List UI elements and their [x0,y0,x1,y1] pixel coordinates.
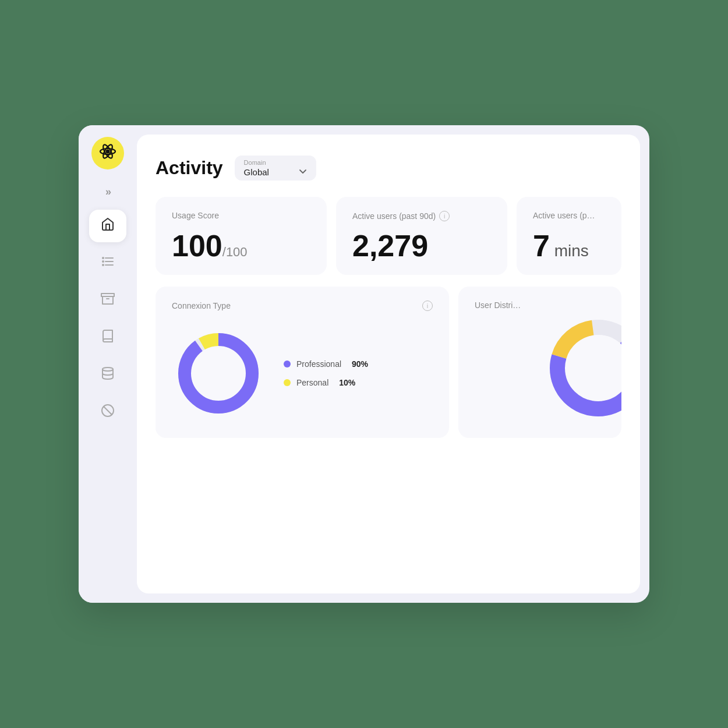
sidebar-item-block[interactable] [89,396,126,429]
svg-point-8 [103,261,104,262]
usage-score-value: 100/100 [172,231,310,261]
user-distribution-title: User Distri… [475,301,605,310]
stat-card-active-users-90d: Active users (past 90d) i 2,279 [336,197,507,275]
donut-chart [172,327,265,420]
donut-svg [172,327,265,420]
domain-value-row: Global [244,167,307,177]
usage-score-title: Usage Score [172,211,310,220]
partial-arc-area [475,321,605,424]
donut-area: Professional 90% Personal 10% [172,323,433,424]
info-icon[interactable]: i [439,211,450,221]
main-content: Activity Domain Global Usage Score [137,135,640,593]
database-icon [101,366,115,384]
legend-item-personal: Personal 10% [284,378,368,387]
chart-legend: Professional 90% Personal 10% [284,359,368,387]
svg-line-14 [104,407,112,415]
sidebar-item-home[interactable] [89,210,126,242]
legend-item-professional: Professional 90% [284,359,368,369]
book-icon [101,329,115,347]
active-users-90d-value: 2,279 [352,231,491,261]
legend-pct-personal: 10% [339,378,355,387]
svg-point-16 [185,340,252,407]
chart-card-connexion-type: Connexion Type i [156,287,449,438]
stat-card-usage-score: Usage Score 100/100 [156,197,327,275]
connexion-type-info-icon[interactable]: i [422,301,433,311]
active-users-90d-title: Active users (past 90d) i [352,211,491,221]
svg-rect-10 [101,294,114,296]
browser-window: » [79,125,649,603]
sidebar-item-archive[interactable] [89,284,126,317]
logo[interactable] [91,137,124,169]
list-icon [101,255,115,272]
svg-point-7 [103,257,104,259]
sidebar: » [79,125,137,603]
logo-icon [98,142,117,164]
svg-point-0 [106,150,110,154]
domain-value: Global [244,167,269,177]
block-icon [101,404,115,421]
home-icon [101,217,115,235]
stat-card-active-users-mins: Active users (p… 7 mins [517,197,621,275]
charts-row: Connexion Type i [156,287,621,438]
domain-label: Domain [244,159,307,166]
active-users-mins-value: 7 mins [533,231,605,261]
legend-label-professional: Professional [296,359,341,369]
legend-dot-personal [284,379,291,386]
chart-card-user-distribution: User Distri… [458,287,621,438]
partial-arc-svg [540,321,605,424]
chevron-down-icon [299,167,307,177]
sidebar-item-list[interactable] [89,247,126,280]
connexion-type-title: Connexion Type i [172,301,433,311]
page-header: Activity Domain Global [156,156,621,181]
legend-dot-professional [284,361,291,367]
active-users-mins-title: Active users (p… [533,211,605,220]
legend-pct-professional: 90% [352,359,368,369]
stats-row: Usage Score 100/100 Active users (past 9… [156,197,621,275]
svg-point-9 [103,264,104,266]
sidebar-item-book[interactable] [89,321,126,354]
legend-label-personal: Personal [296,378,328,387]
archive-icon [101,292,115,309]
domain-dropdown[interactable]: Domain Global [235,156,316,181]
sidebar-item-database[interactable] [89,359,126,391]
sidebar-expand-button[interactable]: » [105,186,110,198]
svg-point-12 [103,367,113,371]
page-title: Activity [156,157,223,179]
